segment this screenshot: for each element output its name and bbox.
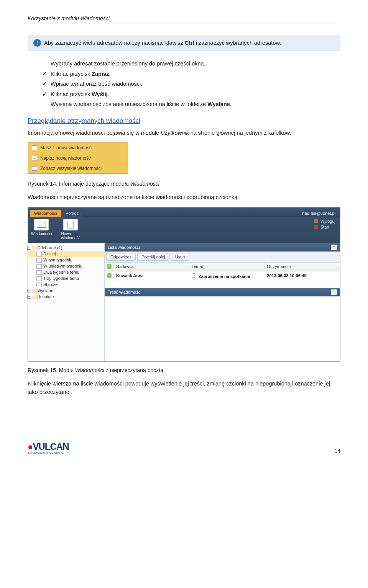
ribbon: Wiadomości Nowa wiadomość Wyloguj Start: [28, 217, 340, 243]
expand-icon[interactable]: +: [27, 289, 31, 292]
panel-title: Treść wiadomości: [108, 290, 141, 294]
message-row[interactable]: Kowalik Anna Zaproszenie na spotkanie 20…: [105, 271, 340, 281]
ribbon-label: Wiadomości: [31, 232, 52, 236]
widget-row-label: Masz 1 nową wiadomość: [40, 145, 92, 150]
row-date: 2013-06-03 10:06:49: [264, 271, 340, 281]
start-link[interactable]: Start: [314, 225, 335, 229]
section-heading-link[interactable]: Przeglądanie otrzymanych wiadomości: [28, 117, 340, 125]
widget-row-all[interactable]: Zobacz wszystkie wiadomości: [28, 163, 128, 173]
user-email: nau-his@uonet.pl: [302, 211, 338, 217]
row-sender: Kowalik Anna: [114, 271, 189, 281]
row-subject: Zaproszenie na spotkanie: [189, 271, 265, 281]
collapse-panel-icon[interactable]: ⌃: [331, 245, 337, 250]
expand-icon[interactable]: +: [27, 295, 31, 299]
app-screenshot: Wiadomości Pomoc nau-his@uonet.pl Wiadom…: [28, 207, 340, 362]
header-rule: [28, 23, 340, 23]
tree-sent[interactable]: +Wysłane: [28, 287, 104, 294]
widget-row-label: Napisz nową wiadomość: [40, 155, 91, 161]
page-number: 14: [334, 448, 340, 454]
widget-row-new-msg[interactable]: Masz 1 nową wiadomość: [28, 143, 128, 153]
tree-this-week[interactable]: W tym tygodniu: [28, 257, 104, 263]
col-subject[interactable]: Temat: [189, 263, 265, 271]
tab-wiadomosci[interactable]: Wiadomości: [30, 210, 61, 217]
step-1: Wybrany adresat zostanie przeniesiony do…: [42, 59, 340, 69]
dashboard-widget: Masz 1 nową wiadomość Napisz nową wiadom…: [28, 142, 128, 174]
collapse-panel-icon[interactable]: ⌃: [331, 289, 337, 295]
step-5: Wysłana wiadomość zostanie umieszczona n…: [42, 99, 340, 109]
info-icon: !: [33, 39, 41, 47]
panel-title: Lista wiadomości: [108, 245, 140, 250]
row-flag: [105, 271, 114, 281]
panel-header-list: Lista wiadomości ⌃: [105, 243, 340, 252]
ribbon-label: Nowa wiadomość: [61, 232, 80, 240]
step-4: Kliknąć przycisk Wyślij.: [42, 89, 340, 99]
folder-icon: [32, 166, 37, 171]
paragraph-3: Kliknięcie wiersza na liście wiadomości …: [28, 379, 340, 397]
title-tab-bar: Wiadomości Pomoc nau-his@uonet.pl: [28, 207, 340, 217]
tree-last-week[interactable]: W ubiegłym tygodniu: [28, 263, 104, 269]
folder-tree: −Odebrane (1) Dzisiaj W tym tygodniu W u…: [28, 243, 105, 361]
collapse-icon[interactable]: −: [27, 246, 31, 250]
paragraph-2: Wiadomości nieprzeczytane są oznaczone n…: [28, 193, 340, 201]
ribbon-wiadomosci[interactable]: Wiadomości: [31, 219, 52, 240]
messages-icon: [34, 219, 49, 230]
reply-button[interactable]: Odpowiedz: [106, 253, 136, 261]
logout-link[interactable]: Wyloguj: [314, 219, 335, 224]
clock-icon: [192, 273, 196, 278]
main-pane: Lista wiadomości ⌃ Odpowiedz Prześlij da…: [105, 243, 340, 361]
home-icon: [314, 225, 318, 229]
flag-icon: [107, 273, 112, 278]
envelope-icon: [32, 145, 37, 150]
step-2: Kliknąć przycisk Zapisz.: [42, 69, 340, 79]
tree-older[interactable]: Starsze: [28, 281, 104, 287]
col-sender[interactable]: Nadawca: [114, 263, 189, 271]
page-footer: ●VULCAN ZARZĄDZANIE OŚWIATĄ 14: [28, 439, 340, 454]
tree-two-weeks[interactable]: Dwa tygodnie temu: [28, 269, 104, 275]
widget-row-compose[interactable]: Napisz nową wiadomość: [28, 153, 128, 163]
compose-icon: [32, 156, 37, 160]
tree-trash[interactable]: +Usunięte: [28, 294, 104, 300]
widget-row-label: Zobacz wszystkie wiadomości: [40, 166, 102, 171]
step-3: Wpisać temat oraz treść wiadomości.: [42, 79, 340, 89]
tab-pomoc[interactable]: Pomoc: [62, 210, 82, 217]
list-header: Nadawca Temat Otrzymano: [105, 263, 340, 271]
info-callout: ! Aby zaznaczyć wielu adresatów należy n…: [28, 35, 340, 51]
new-message-icon: [63, 219, 78, 230]
tree-three-weeks[interactable]: Trzy tygodnie temu: [28, 275, 104, 281]
logo-text: ●VULCAN: [28, 442, 69, 451]
logout-icon: [314, 219, 318, 223]
paragraph-1: Informacja o nowej wiadomości pojawia si…: [28, 129, 340, 137]
figure-15-caption: Rysunek 15. Moduł Wiadomości z nieprzecz…: [28, 367, 340, 373]
ribbon-nowa-wiadomosc[interactable]: Nowa wiadomość: [61, 219, 80, 240]
ribbon-right-links: Wyloguj Start: [314, 219, 337, 240]
tree-today[interactable]: Dzisiaj: [28, 251, 104, 257]
tree-inbox[interactable]: −Odebrane (1): [28, 245, 104, 251]
col-flag[interactable]: [105, 263, 114, 271]
page-header-title: Korzystanie z modułu Wiadomości: [28, 15, 340, 21]
flag-icon: [107, 264, 112, 269]
panel-header-body: Treść wiadomości ⌃: [105, 288, 340, 296]
delete-button[interactable]: Usuń: [171, 253, 189, 261]
col-received[interactable]: Otrzymano: [264, 263, 340, 271]
logo-tagline: ZARZĄDZANIE OŚWIATĄ: [28, 451, 69, 454]
message-body-area: [105, 296, 340, 361]
forward-button[interactable]: Prześlij dalej: [137, 253, 169, 261]
vulcan-logo: ●VULCAN ZARZĄDZANIE OŚWIATĄ: [28, 442, 69, 454]
callout-text: Aby zaznaczyć wielu adresatów należy nac…: [44, 39, 281, 47]
steps-list: Wybrany adresat zostanie przeniesiony do…: [42, 59, 340, 109]
message-toolbar: Odpowiedz Prześlij dalej Usuń: [105, 252, 340, 263]
figure-14-caption: Rysunek 14. Informacje dotyczące modułu …: [28, 181, 340, 187]
